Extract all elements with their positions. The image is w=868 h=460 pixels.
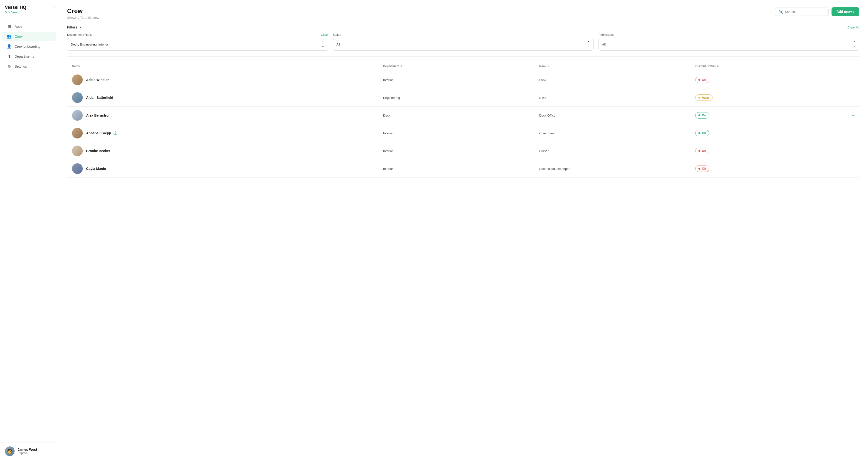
footer-user-info: James West Captain [18,448,37,455]
crew-avatar [72,146,83,156]
crew-row-arrow-cell: → [847,142,859,160]
filters-row: Department / Rank Clear Deck, Engineerin… [67,33,859,51]
search-input[interactable] [785,10,825,13]
filter-department-rank-value: Deck, Engineering, Interior [71,42,108,46]
clear-all-button[interactable]: Clear All [847,26,859,29]
col-name[interactable]: Name ↑ [67,62,379,71]
sidebar-item-crew[interactable]: 👥 Crew [2,32,56,41]
header-actions: 🔍 Add crew › [775,7,859,16]
status-badge: Away [695,94,713,101]
col-status-sort-icon: ⇅ [717,65,719,68]
filter-status: Status All ⌃⌄ [333,33,594,51]
filters-bar: Filters ▲ Clear All [67,25,859,29]
crew-nav-icon: 👥 [7,34,12,39]
row-arrow-icon[interactable]: → [851,113,855,117]
status-text: On [702,131,706,135]
col-department[interactable]: Department ⇅ [379,62,535,71]
sidebar-header: Vessel HQ M/Y Venti [0,0,58,18]
col-name-sort-icon: ↑ [81,65,82,68]
col-rank-label: Rank [539,64,547,68]
crew-rank: ETO [535,89,692,106]
sidebar: Vessel HQ M/Y Venti ‹ ⊞ Apps 👥 Crew 👤 Cr… [0,0,58,460]
status-badge: Off [695,77,709,83]
crew-name-cell: Aidan Satterfield [67,89,379,106]
sidebar-nav: ⊞ Apps 👥 Crew 👤 Crew onboarding ⬆ Depart… [0,18,58,442]
row-arrow-icon[interactable]: → [851,166,855,171]
status-dot-icon [699,97,701,98]
filter-status-select[interactable]: All ⌃⌄ [333,38,594,51]
page-header: Crew Showing 72 of 83 crew 🔍 Add crew › [67,7,859,20]
filter-permissions-value: All [602,42,606,46]
crew-nav-label: Crew [14,35,23,38]
crew-name: Brooke Becker [86,149,110,153]
crew-department: Deck [379,106,535,124]
sidebar-item-crew-onboarding[interactable]: 👤 Crew onboarding [2,42,56,51]
crew-name: Adele Windler [86,78,109,82]
filter-permissions-label: Permissions [598,33,859,36]
crew-table: Name ↑ Department ⇅ Rank ⇅ [67,62,859,178]
crew-department: Interior [379,160,535,178]
filter-permissions-select[interactable]: All ⌃⌄ [598,38,859,51]
sidebar-item-apps[interactable]: ⊞ Apps [2,22,56,31]
page-title-section: Crew Showing 72 of 83 crew [67,7,99,20]
table-row[interactable]: Cayla Mante Interior Second Housekeeper … [67,160,859,178]
col-status[interactable]: Current Status ⇅ [691,62,847,71]
search-box[interactable]: 🔍 [775,7,829,16]
filter-department-rank-select[interactable]: Deck, Engineering, Interior ⌃⌄ [67,38,328,51]
crew-department: Interior [379,142,535,160]
filter-status-label: Status [333,33,594,36]
status-dot-icon [699,150,701,152]
filter-department-rank-clear[interactable]: Clear [321,33,328,36]
crew-name-wrapper: Brooke Becker [86,149,110,153]
add-crew-arrow-icon: › [853,10,855,13]
crew-avatar [72,128,83,139]
crew-status-cell: Off [691,142,847,160]
sidebar-item-settings[interactable]: ⚙ Settings [2,62,56,71]
departments-nav-label: Departments [14,55,34,58]
vessel-name: M/Y Venti [5,10,53,14]
filter-department-rank-label: Department / Rank Clear [67,33,328,36]
crew-name-cell: Annabel Koepp ⚓ [67,124,379,142]
filters-chevron-icon: ▲ [79,26,82,29]
crew-name-wrapper: Cayla Mante [86,167,106,171]
col-rank[interactable]: Rank ⇅ [535,62,692,71]
crew-row-arrow-cell: → [847,89,859,106]
row-arrow-icon[interactable]: → [851,78,855,82]
col-status-label: Current Status [695,64,715,68]
status-text: Off [702,78,706,82]
page-subtitle: Showing 72 of 83 crew [67,16,99,20]
crew-name: Alex Bergstrom [86,114,112,117]
table-row[interactable]: Annabel Koepp ⚓ Interior Chief Stew On → [67,124,859,142]
filter-department-rank-label-text: Department / Rank [67,33,92,36]
row-arrow-icon[interactable]: → [851,149,855,153]
anchor-icon: ⚓ [113,131,117,135]
crew-name-cell: Cayla Mante [67,160,379,178]
crew-name: Aidan Satterfield [86,96,113,99]
col-name-label: Name [72,64,80,68]
crew-name: Cayla Mante [86,167,106,171]
crew-name: Annabel Koepp [86,131,111,135]
col-action [847,62,859,71]
table-row[interactable]: Adele Windler Interior Stew Off → [67,71,859,89]
add-crew-button[interactable]: Add crew › [832,7,859,16]
sidebar-collapse-button[interactable]: ‹ [54,5,55,9]
table-row[interactable]: Aidan Satterfield Engineering ETO Away → [67,89,859,106]
crew-department: Interior [379,71,535,89]
sidebar-footer[interactable]: 🧑 James West Captain › [0,442,58,460]
crew-status-cell: On [691,106,847,124]
table-row[interactable]: Alex Bergstrom Deck Deck Officer On → [67,106,859,124]
filter-permissions-chevron-icon: ⌃⌄ [853,41,856,48]
crew-name-cell: Brooke Becker [67,142,379,160]
row-arrow-icon[interactable]: → [851,95,855,99]
crew-onboarding-nav-icon: 👤 [7,44,12,49]
crew-status-cell: On [691,124,847,142]
status-dot-icon [699,79,701,81]
sidebar-item-departments[interactable]: ⬆ Departments [2,52,56,61]
departments-nav-icon: ⬆ [7,54,12,59]
crew-status-cell: Off [691,71,847,89]
row-arrow-icon[interactable]: → [851,131,855,135]
crew-row-arrow-cell: → [847,106,859,124]
crew-avatar [72,92,83,103]
filters-toggle[interactable]: Filters ▲ [67,25,82,29]
table-row[interactable]: Brooke Becker Interior Purser Off → [67,142,859,160]
